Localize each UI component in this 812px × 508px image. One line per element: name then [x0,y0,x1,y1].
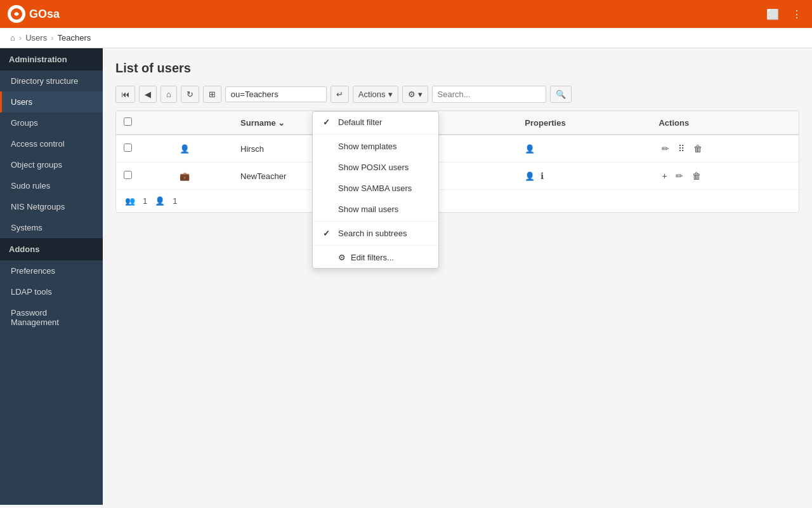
breadcrumb-sep-2: › [51,33,53,43]
app-name: GOsa [29,8,60,21]
row1-edit-button[interactable]: ✏ [658,142,672,156]
breadcrumb-current: Teachers [58,33,91,43]
breadcrumb-home[interactable]: ⌂ [10,33,15,43]
refresh-button[interactable]: ↻ [181,86,199,103]
row1-checkbox[interactable] [124,144,132,152]
row2-info-button[interactable]: ℹ [537,169,547,183]
table-footer: 👥 1 👤 1 [116,189,799,212]
row2-edit-button[interactable]: ✏ [672,169,686,183]
row1-actions: ✏ ⠿ 🗑 [651,135,799,163]
sidebar-item-nis-netgroups[interactable]: NIS Netgroups [0,196,103,217]
first-page-icon: ⏮ [121,90,129,99]
sidebar-item-object-groups[interactable]: Object groups [0,154,103,175]
actions-arrow-icon: ▾ [388,90,393,99]
row2-prop-person-icon: 👤 [525,171,535,181]
filter-label-samba: Show SAMBA users [338,184,412,193]
dropdown-divider-3 [313,245,438,246]
group-count-icon: 👥 [125,196,135,206]
sidebar-item-ldap-tools[interactable]: LDAP tools [0,281,103,302]
filter-label-posix: Show POSIX users [338,163,409,172]
row2-delete-button[interactable]: 🗑 [689,169,704,183]
table-row: 👤 Hirsch harhir 👤 ✏ ⠿ 🗑 [116,135,799,163]
user-count: 1 [173,196,177,206]
grid-button[interactable]: ⊞ [203,86,221,103]
sidebar-item-directory-structure[interactable]: Directory structure [0,70,103,91]
gear-icon: ⚙ [338,253,346,262]
dropdown-divider-1 [313,134,438,135]
location-bar: ou=Teachers [225,86,327,102]
row1-delete-button[interactable]: 🗑 [690,142,705,156]
filter-item-templates[interactable]: Show templates [313,136,438,157]
col-actions: Actions [651,111,799,135]
filter-item-posix[interactable]: Show POSIX users [313,157,438,178]
main-layout: Administration Directory structure Users… [0,48,812,505]
user-person-icon: 👤 [180,144,190,154]
sidebar: Administration Directory structure Users… [0,48,103,505]
row2-icon-cell: 💼 [172,163,233,190]
filter-button[interactable]: ⚙ ▾ [402,86,428,103]
home-button[interactable]: ⌂ [160,86,177,103]
col-icon [172,111,233,135]
users-table-container: Surname ⌄ Login Properties Actions 👤 [115,110,799,213]
filter-item-subtrees[interactable]: ✓ Search in subtrees [313,223,438,244]
group-count: 1 [143,196,147,206]
enter-button[interactable]: ↵ [331,86,349,103]
sidebar-item-groups[interactable]: Groups [0,112,103,133]
top-navbar: GOsa ⬜ ⋮ [0,0,812,28]
row1-more-button[interactable]: ⠿ [675,142,688,156]
filter-label-edit: Edit filters... [351,253,394,262]
first-page-button[interactable]: ⏮ [115,86,135,103]
row2-checkbox[interactable] [124,171,132,179]
sidebar-item-password-management[interactable]: Password Management [0,302,103,333]
check-default-icon: ✓ [323,117,333,127]
refresh-icon: ↻ [187,90,193,99]
grid-icon: ⊞ [209,90,216,99]
filter-arrow-icon: ▾ [418,90,422,99]
search-icon: 🔍 [556,90,566,99]
filter-icon: ⚙ [408,90,416,99]
sidebar-item-sudo-rules[interactable]: Sudo rules [0,175,103,196]
col-properties: Properties [517,111,651,135]
users-table: Surname ⌄ Login Properties Actions 👤 [116,111,799,189]
teacher-icon: 💼 [180,171,190,181]
row1-prop-person-icon: 👤 [525,144,535,154]
page-title: List of users [115,61,799,76]
row2-actions: + ✏ 🗑 [651,163,799,190]
main-content: List of users ⏮ ◀ ⌂ ↻ ⊞ ou=Teachers ↵ [103,48,812,505]
user-count-icon: 👤 [155,196,165,206]
more-options-button[interactable]: ⋮ [789,6,804,23]
sidebar-item-access-control[interactable]: Access control [0,133,103,154]
sidebar-item-users[interactable]: Users [0,91,103,112]
table-row: 💼 NewTeacher newteacher 👤 ℹ + ✏ 🗑 [116,163,799,190]
filter-item-default[interactable]: ✓ Default filter [313,112,438,133]
toolbar: ⏮ ◀ ⌂ ↻ ⊞ ou=Teachers ↵ Actions ▾ [115,86,799,103]
prev-page-icon: ◀ [145,90,151,99]
sidebar-item-preferences[interactable]: Preferences [0,260,103,281]
row1-icon-cell: 👤 [172,135,233,163]
breadcrumb-users[interactable]: Users [25,33,47,43]
filter-label-subtrees: Search in subtrees [338,229,407,238]
sidebar-section-administration: Administration [0,48,103,70]
filter-item-edit[interactable]: ⚙ Edit filters... [313,247,438,268]
sidebar-section-addons: Addons [0,238,103,260]
prev-page-button[interactable]: ◀ [139,86,157,103]
sidebar-item-systems[interactable]: Systems [0,217,103,238]
filter-dropdown: ✓ Default filter Show templates Show POS… [312,111,439,269]
row1-checkbox-cell [116,135,172,163]
filter-label-templates: Show templates [338,142,397,151]
sort-icon: ⌄ [278,118,285,128]
theme-toggle-button[interactable]: ⬜ [764,6,782,23]
row2-add-button[interactable]: + [658,169,670,183]
enter-icon: ↵ [336,90,343,99]
check-subtrees-icon: ✓ [323,229,333,238]
search-button[interactable]: 🔍 [550,86,572,103]
filter-item-samba[interactable]: Show SAMBA users [313,178,438,199]
location-text: ou=Teachers [231,90,278,99]
select-all-checkbox[interactable] [124,117,132,126]
search-input[interactable] [432,86,546,103]
row2-checkbox-cell [116,163,172,190]
app-brand[interactable]: GOsa [8,5,60,23]
filter-item-mail[interactable]: Show mail users [313,199,438,220]
actions-button[interactable]: Actions ▾ [353,86,398,103]
filter-label-mail: Show mail users [338,204,398,214]
